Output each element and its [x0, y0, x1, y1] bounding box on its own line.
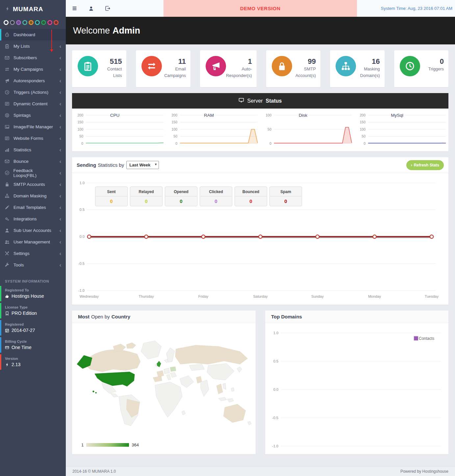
server-charts: 050100150200CPU050100150200RAM050100Disk…	[72, 109, 448, 151]
sidebar-item-subscribers[interactable]: Subscribers‹	[0, 52, 66, 63]
stat-cards-row: 515ContactLists11EmailCampaigns1Auto-Res…	[72, 50, 448, 87]
svg-text:100: 100	[265, 113, 271, 117]
map-title-bold1: Most	[78, 314, 89, 319]
world-map-svg	[75, 325, 253, 441]
sidebar-item-tools[interactable]: Tools‹	[0, 259, 66, 271]
theme-cyan-circle[interactable]	[35, 20, 40, 25]
sidebar-item-triggers-actions[interactable]: Triggers (Actions)‹	[0, 87, 66, 98]
chevron-left-icon: ‹	[60, 239, 61, 245]
svg-text:-1.0: -1.0	[272, 444, 278, 448]
system-info-registered: Registered2014-07-27	[0, 320, 66, 336]
stat-card-email-campaigns[interactable]: 11EmailCampaigns	[136, 50, 190, 87]
sidebar-item-user-management[interactable]: User Management‹	[0, 236, 66, 248]
system-information-list: Registered ToHostings HouseLicense TypeP…	[0, 286, 66, 370]
svg-text:100: 100	[77, 127, 83, 131]
svg-text:100: 100	[360, 127, 366, 131]
map-legend-max: 364	[132, 442, 139, 447]
content: 515ContactLists11EmailCampaigns1Auto-Res…	[66, 44, 455, 466]
stat-card-label: Lists	[107, 72, 122, 79]
sidebar-item-my-lists[interactable]: My Lists‹	[0, 40, 66, 52]
server-chart-disk: 050100Disk	[260, 111, 354, 149]
sidebar-item-label: Spintags	[13, 113, 31, 118]
sidebar-item-domain-masking[interactable]: Domain Masking‹	[0, 190, 66, 202]
sitemap-icon	[5, 193, 10, 198]
theme-purple-circle[interactable]	[16, 20, 21, 25]
system-info-value: 2.13	[12, 362, 20, 367]
stat-card-label: Contact	[107, 66, 122, 72]
calendar-icon	[5, 328, 9, 333]
target-icon	[5, 113, 10, 118]
lock-icon	[5, 182, 10, 187]
theme-teal-circle[interactable]	[22, 20, 27, 25]
exchange-icon	[141, 56, 162, 76]
sidebar-item-dynamic-content[interactable]: Dynamic Content‹	[0, 98, 66, 110]
system-info-label: Registered	[5, 322, 62, 326]
sending-statistics-chart: 1.00.50.0-0.5-1.0WednesdayThursdayFriday…	[72, 173, 448, 305]
user-icon	[5, 228, 10, 233]
sidebar-item-my-campaigns[interactable]: My Campaigns‹	[0, 63, 66, 75]
refresh-stats-button[interactable]: › Refresh Stats	[406, 160, 444, 170]
top-domains-header: Top Domains	[265, 311, 448, 323]
svg-text:150: 150	[77, 120, 83, 124]
most-open-by-country-panel: Most Open by Country	[72, 311, 256, 454]
stat-card-auto-responder-s[interactable]: 1Auto-Responder(s)	[200, 50, 257, 87]
megaphone-icon	[5, 78, 10, 83]
lock-icon	[272, 56, 292, 76]
svg-text:Contacts: Contacts	[419, 336, 434, 341]
theme-gray-circle[interactable]	[10, 20, 15, 25]
chevron-left-icon: ‹	[60, 44, 61, 49]
sidebar-item-email-templates[interactable]: Email Templates‹	[0, 202, 66, 213]
image-icon	[5, 124, 10, 129]
map-legend: 1 364	[81, 442, 139, 447]
svg-text:50: 50	[362, 134, 366, 138]
sidebar-item-sub-user-accounts[interactable]: Sub User Accounts‹	[0, 225, 66, 236]
stat-card-label: Account(s)	[295, 72, 316, 79]
sidebar-item-statistics[interactable]: Statistics‹	[0, 144, 66, 156]
sidebar-item-integrations[interactable]: Integrations‹	[0, 213, 66, 225]
svg-text:150: 150	[360, 120, 366, 124]
theme-magenta-circle[interactable]	[47, 20, 52, 25]
svg-text:0.5: 0.5	[80, 208, 85, 212]
svg-text:0: 0	[81, 141, 83, 145]
sidebar-item-label: Image/File Manager	[13, 124, 53, 129]
sidebar-item-label: Bounce	[13, 159, 29, 164]
sidebar-item-smtp-accounts[interactable]: SMTP Accounts‹	[0, 179, 66, 190]
sidebar-item-image-file-manager[interactable]: Image/File Manager‹	[0, 121, 66, 133]
stat-box-relayed: Relayed0	[130, 187, 163, 206]
sidebar-item-settings[interactable]: Settings‹	[0, 248, 66, 259]
stat-card-contact-lists[interactable]: 515ContactLists	[72, 50, 126, 87]
chevron-left-icon: ‹	[60, 136, 61, 141]
signout-icon[interactable]	[105, 6, 111, 11]
stats-period-select[interactable]: Last Week	[126, 161, 159, 169]
sidebar-item-autoresponders[interactable]: Autoresponders‹	[0, 75, 66, 87]
topbar: DEMO VERSION System Time: Aug, 23 2016 0…	[66, 0, 455, 17]
svg-text:Disk: Disk	[299, 113, 307, 118]
theme-red-circle[interactable]	[54, 20, 59, 25]
server-status-panel: Server Status 050100150200CPU05010015020…	[72, 93, 448, 151]
stat-box-value: 0	[95, 196, 127, 204]
svg-text:200: 200	[171, 113, 177, 117]
sidebar-item-label: My Campaigns	[13, 67, 43, 72]
sidebar-item-dashboard[interactable]: Dashboard	[0, 29, 66, 40]
svg-text:-0.5: -0.5	[272, 416, 278, 420]
menu-icon[interactable]	[72, 6, 77, 11]
sidebar-item-label: Domain Masking	[13, 193, 47, 198]
svg-text:50: 50	[173, 134, 177, 138]
theme-orange-circle[interactable]	[29, 20, 34, 25]
theme-white-circle[interactable]	[4, 20, 9, 25]
stat-box-label: Bounced	[235, 187, 266, 196]
stat-card-label: Email	[164, 66, 186, 72]
stat-card-masking-domain-s[interactable]: 16MaskingDomain(s)	[330, 50, 384, 87]
sidebar-item-spintags[interactable]: Spintags‹	[0, 110, 66, 121]
sidebar-item-website-forms[interactable]: Website Forms‹	[0, 133, 66, 144]
system-info-value: One Time	[12, 345, 32, 350]
user-icon[interactable]	[88, 6, 94, 11]
stat-card-smtp-account-s[interactable]: 99SMTPAccount(s)	[266, 50, 320, 87]
stat-card-triggers[interactable]: 0Triggers	[394, 50, 448, 87]
sidebar-item-bounce[interactable]: Bounce‹	[0, 156, 66, 167]
stopwatch-icon	[5, 32, 10, 37]
theme-green-circle[interactable]	[41, 20, 46, 25]
svg-text:-0.5: -0.5	[78, 262, 85, 265]
sidebar-item-feedback-loops-fbl[interactable]: Feedback Loops(FBL)‹	[0, 167, 66, 179]
clipboard-icon	[5, 44, 10, 49]
